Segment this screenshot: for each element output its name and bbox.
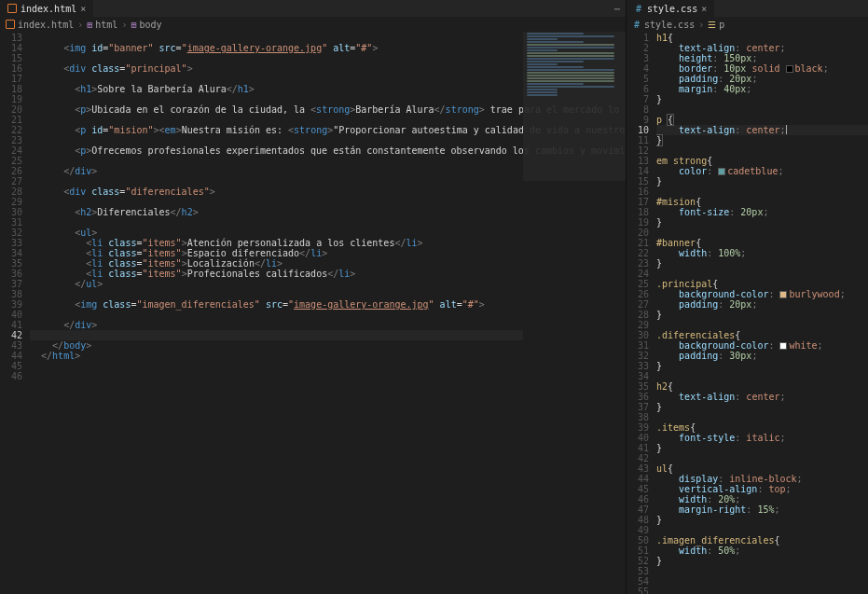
editor-area-right[interactable]: 1234567891011121314151617181920212223242… (627, 32, 868, 594)
tab-bar-left: index.html × ⋯ (0, 0, 626, 17)
tab-label: style.css (647, 4, 697, 14)
editor-pane-right: style.css × style.css › ☰ p 123456789101… (627, 0, 868, 594)
tab-style-css[interactable]: style.css × (627, 0, 714, 17)
chevron-right-icon: › (698, 20, 704, 30)
html-file-icon (6, 20, 15, 29)
line-gutter: 1234567891011121314151617181920212223242… (627, 32, 656, 594)
breadcrumb-item[interactable]: index.html (18, 20, 74, 30)
tab-overflow-icon[interactable]: ⋯ (613, 3, 626, 15)
breadcrumb-item[interactable]: body (139, 20, 161, 30)
breadcrumb-item[interactable]: p (719, 20, 724, 30)
css-file-icon (632, 20, 641, 29)
minimap[interactable] (523, 32, 626, 594)
close-icon[interactable]: × (80, 4, 86, 14)
close-icon[interactable]: × (701, 4, 707, 14)
css-file-icon (634, 4, 643, 13)
tab-bar-right: style.css × (627, 0, 868, 17)
code-content[interactable]: h1{ text-align: center; height: 150px; b… (656, 32, 868, 594)
breadcrumb-item[interactable]: style.css (644, 20, 695, 30)
chevron-right-icon: › (121, 20, 127, 30)
css-rule-icon: ☰ (708, 20, 716, 30)
line-gutter: 1314151617181920212223242526272829303132… (0, 32, 30, 594)
tab-label: index.html (21, 4, 76, 14)
html-file-icon (7, 4, 17, 13)
breadcrumb-tag-icon: ⊞ (87, 20, 92, 30)
chevron-right-icon: › (77, 20, 83, 30)
minimap-viewport[interactable] (523, 32, 626, 181)
tab-index-html[interactable]: index.html × (0, 0, 93, 17)
breadcrumbs-left[interactable]: index.html › ⊞ html › ⊞ body (0, 17, 626, 32)
breadcrumbs-right[interactable]: style.css › ☰ p (627, 17, 868, 32)
editor-area-left[interactable]: 1314151617181920212223242526272829303132… (0, 32, 626, 594)
breadcrumb-item[interactable]: html (95, 20, 117, 30)
editor-pane-left: index.html × ⋯ index.html › ⊞ html › ⊞ b… (0, 0, 627, 594)
breadcrumb-tag-icon: ⊞ (131, 20, 136, 30)
